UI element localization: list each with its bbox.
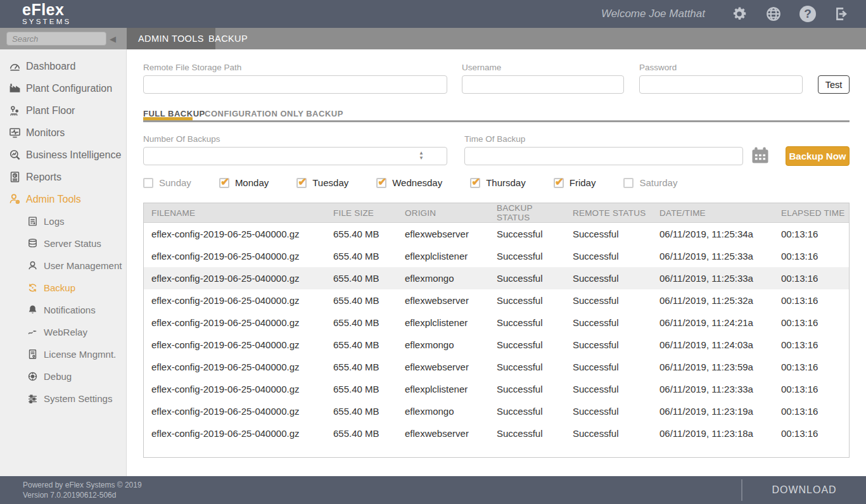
plant-floor-icon (8, 104, 22, 117)
checkmark-icon: ✔ (555, 175, 564, 189)
sidebar-item-user-management[interactable]: User Management (0, 255, 126, 277)
sidebar-item-plant-floor[interactable]: Plant Floor (0, 99, 126, 122)
sidebar-item-label: Server Status (44, 238, 101, 249)
column-header-origin: ORIGIN (397, 203, 489, 223)
table-row[interactable]: eflex-config-2019-06-25-040000.gz655.40 … (144, 312, 849, 334)
table-row[interactable]: eflex-config-2019-06-25-040000.gz655.40 … (144, 289, 849, 312)
checkmark-icon: ✔ (220, 175, 229, 189)
cell-elapsed: 00:13:16 (774, 312, 849, 334)
username-input[interactable] (462, 75, 624, 94)
sidebar-item-admin-tools[interactable]: Admin Tools (0, 188, 126, 210)
sidebar-item-dashboard[interactable]: Dashboard (0, 55, 126, 77)
sidebar-item-label: Plant Configuration (26, 83, 112, 94)
day-checkbox-wednesday[interactable]: ✔Wednesday (376, 177, 442, 188)
cell-datetime: 06/11/2019, 11:23:33a (652, 378, 774, 400)
help-icon[interactable]: ? (799, 5, 817, 23)
search-input[interactable] (6, 32, 106, 46)
backup-history-table-container: FILENAMEFILE SIZEORIGINBACKUP STATUSREMO… (143, 203, 850, 458)
day-checkbox-saturday[interactable]: Saturday (623, 177, 677, 188)
logout-icon[interactable] (833, 5, 851, 23)
remote-path-input[interactable] (143, 75, 447, 94)
day-label: Sunday (159, 177, 191, 188)
calendar-icon[interactable] (751, 146, 770, 166)
time-of-backup-input[interactable] (464, 147, 743, 165)
admin-tools-icon (8, 193, 22, 205)
cell-elapsed: 00:13:16 (774, 289, 849, 312)
checkmark-icon: ✔ (471, 175, 480, 189)
cell-filename: eflex-config-2019-06-25-040000.gz (144, 378, 326, 400)
day-checkbox-thursday[interactable]: ✔Thursday (470, 177, 526, 188)
tab-divider-rule (143, 120, 850, 122)
cell-remote-status: Successful (565, 400, 652, 422)
day-label: Monday (235, 177, 269, 188)
table-row[interactable]: eflex-config-2019-06-25-040000.gz655.40 … (144, 334, 849, 356)
table-row[interactable]: eflex-config-2019-06-25-040000.gz655.40 … (144, 400, 849, 422)
sidebar-collapse-icon[interactable]: ◀ (110, 34, 116, 44)
cell-backup-status: Successful (489, 334, 565, 356)
backup-page-content: Remote File Storage Path Username Passwo… (127, 49, 866, 476)
sidebar-item-system-settings[interactable]: System Settings (0, 387, 126, 410)
day-checkbox-tuesday[interactable]: ✔Tuesday (296, 177, 348, 188)
table-row[interactable]: eflex-config-2019-06-25-040000.gz655.40 … (144, 378, 849, 400)
table-row[interactable]: eflex-config-2019-06-25-040000.gz655.40 … (144, 267, 849, 289)
settings-gear-icon[interactable] (730, 5, 748, 23)
column-header-date-time: DATE/TIME (652, 203, 774, 223)
logs-icon (27, 216, 39, 227)
checkbox-unchecked-icon (143, 178, 153, 188)
sidebar-item-server-status[interactable]: Server Status (0, 232, 126, 255)
number-stepper-icon[interactable]: ▲▼ (417, 151, 426, 161)
sidebar-item-webrelay[interactable]: WebRelay (0, 321, 126, 343)
tab-backup[interactable]: BACKUP (197, 28, 259, 49)
username-label: Username (462, 63, 501, 72)
column-header-elapsed-time: ELAPSED TIME (774, 203, 849, 223)
table-header-row: FILENAMEFILE SIZEORIGINBACKUP STATUSREMO… (144, 203, 849, 223)
cell-filename: eflex-config-2019-06-25-040000.gz (144, 356, 326, 378)
sidebar-item-notifications[interactable]: Notifications (0, 299, 126, 321)
sidebar-item-debug[interactable]: Debug (0, 365, 126, 387)
table-row[interactable]: eflex-config-2019-06-25-040000.gz655.40 … (144, 245, 849, 267)
cell-remote-status: Successful (565, 289, 652, 312)
sidebar-item-label: Admin Tools (26, 194, 81, 205)
day-label: Tuesday (312, 177, 348, 188)
cell-file-size: 655.40 MB (326, 289, 397, 312)
table-row[interactable]: eflex-config-2019-06-25-040000.gz655.40 … (144, 422, 849, 444)
sidebar-item-monitors[interactable]: Monitors (0, 122, 126, 144)
day-checkbox-sunday[interactable]: Sunday (143, 177, 191, 188)
backup-now-button[interactable]: Backup Now (786, 146, 850, 166)
cell-backup-status: Successful (489, 356, 565, 378)
cell-origin: eflexwebserver (397, 223, 489, 245)
cell-origin: eflexplclistener (397, 245, 489, 267)
top-header: eFlex SYSTEMS Welcome Joe Matthat ? (0, 0, 866, 28)
sidebar-item-label: Notifications (44, 305, 96, 315)
cell-remote-status: Successful (565, 267, 652, 289)
sidebar-item-backup[interactable]: Backup (0, 277, 126, 299)
sidebar-item-license-mngmnt-[interactable]: License Mngmnt. (0, 343, 126, 365)
password-label: Password (639, 63, 677, 72)
cell-remote-status: Successful (565, 334, 652, 356)
sidebar-item-label: WebRelay (44, 327, 87, 337)
sidebar-item-label: Plant Floor (26, 105, 75, 117)
globe-language-icon[interactable] (765, 5, 782, 23)
tab-configuration-only-backup[interactable]: CONFIGURATION ONLY BACKUP (205, 109, 343, 118)
sidebar-item-reports[interactable]: Reports (0, 166, 126, 188)
table-row[interactable]: eflex-config-2019-06-25-040000.gz655.40 … (144, 356, 849, 378)
cell-datetime: 06/11/2019, 11:25:32a (652, 289, 774, 312)
test-button[interactable]: Test (818, 75, 850, 94)
cell-origin: eflexwebserver (397, 422, 489, 444)
day-checkbox-monday[interactable]: ✔Monday (219, 177, 269, 188)
cell-backup-status: Successful (489, 245, 565, 267)
table-row[interactable]: eflex-config-2019-06-25-040000.gz655.40 … (144, 223, 849, 245)
day-checkbox-friday[interactable]: ✔Friday (554, 177, 596, 188)
number-of-backups-input[interactable] (143, 147, 447, 165)
sidebar-item-plant-configuration[interactable]: Plant Configuration (0, 77, 126, 99)
sidebar-item-label: Reports (26, 172, 61, 183)
download-button[interactable]: DOWNLOAD (742, 476, 866, 504)
cell-filename: eflex-config-2019-06-25-040000.gz (144, 267, 326, 289)
checkmark-icon: ✔ (298, 175, 307, 189)
password-input[interactable] (639, 75, 803, 94)
sidebar-item-logs[interactable]: Logs (0, 210, 126, 232)
sidebar-item-label: Business Intelligence (26, 149, 121, 161)
notifications-icon (27, 305, 39, 315)
cell-filename: eflex-config-2019-06-25-040000.gz (144, 223, 326, 245)
sidebar-item-business-intelligence[interactable]: Business Intelligence (0, 144, 126, 166)
